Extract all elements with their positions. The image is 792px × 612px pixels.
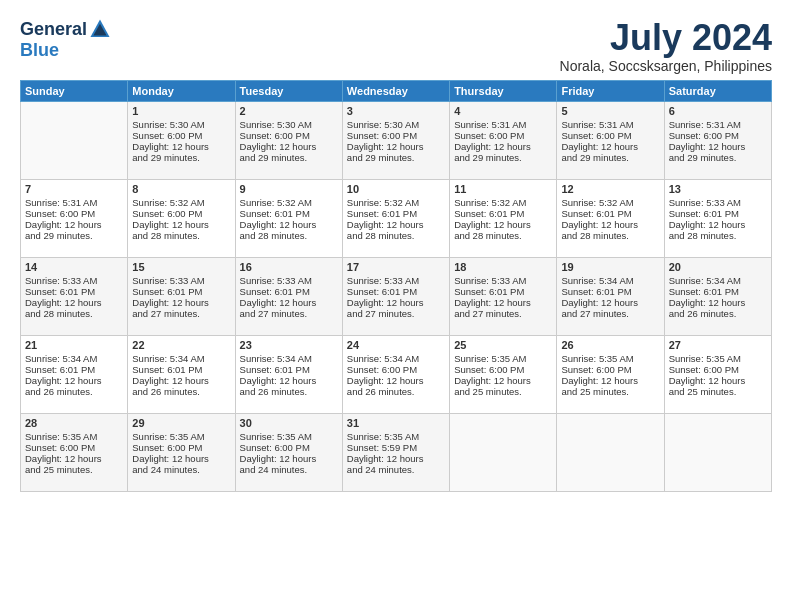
day-info-line: and 28 minutes. bbox=[132, 230, 230, 241]
day-info-line: Sunrise: 5:35 AM bbox=[347, 431, 445, 442]
day-info-line: Daylight: 12 hours bbox=[132, 375, 230, 386]
table-row: 29Sunrise: 5:35 AMSunset: 6:00 PMDayligh… bbox=[128, 413, 235, 491]
day-info-line: Sunset: 6:00 PM bbox=[25, 442, 123, 453]
col-wednesday: Wednesday bbox=[342, 80, 449, 101]
day-number: 30 bbox=[240, 417, 338, 429]
day-info-line: Sunset: 6:01 PM bbox=[132, 286, 230, 297]
day-info-line: Sunrise: 5:32 AM bbox=[240, 197, 338, 208]
table-row: 13Sunrise: 5:33 AMSunset: 6:01 PMDayligh… bbox=[664, 179, 771, 257]
table-row: 6Sunrise: 5:31 AMSunset: 6:00 PMDaylight… bbox=[664, 101, 771, 179]
day-info-line: Sunrise: 5:35 AM bbox=[669, 353, 767, 364]
table-row: 7Sunrise: 5:31 AMSunset: 6:00 PMDaylight… bbox=[21, 179, 128, 257]
day-info-line: Sunset: 6:01 PM bbox=[132, 364, 230, 375]
day-info-line: Sunset: 6:00 PM bbox=[132, 208, 230, 219]
day-info-line: Sunrise: 5:30 AM bbox=[132, 119, 230, 130]
day-info-line: and 25 minutes. bbox=[454, 386, 552, 397]
table-row bbox=[450, 413, 557, 491]
table-row: 19Sunrise: 5:34 AMSunset: 6:01 PMDayligh… bbox=[557, 257, 664, 335]
day-info-line: and 28 minutes. bbox=[561, 230, 659, 241]
day-info-line: Sunrise: 5:32 AM bbox=[561, 197, 659, 208]
calendar-table: Sunday Monday Tuesday Wednesday Thursday… bbox=[20, 80, 772, 492]
day-info-line: Sunset: 5:59 PM bbox=[347, 442, 445, 453]
day-info-line: Sunset: 6:01 PM bbox=[25, 364, 123, 375]
table-row: 22Sunrise: 5:34 AMSunset: 6:01 PMDayligh… bbox=[128, 335, 235, 413]
day-info-line: Sunrise: 5:35 AM bbox=[132, 431, 230, 442]
day-number: 31 bbox=[347, 417, 445, 429]
days-header-row: Sunday Monday Tuesday Wednesday Thursday… bbox=[21, 80, 772, 101]
table-row: 5Sunrise: 5:31 AMSunset: 6:00 PMDaylight… bbox=[557, 101, 664, 179]
day-info-line: Sunrise: 5:33 AM bbox=[347, 275, 445, 286]
table-row: 16Sunrise: 5:33 AMSunset: 6:01 PMDayligh… bbox=[235, 257, 342, 335]
day-info-line: Daylight: 12 hours bbox=[25, 375, 123, 386]
day-info-line: and 28 minutes. bbox=[669, 230, 767, 241]
table-row: 24Sunrise: 5:34 AMSunset: 6:00 PMDayligh… bbox=[342, 335, 449, 413]
day-info-line: Sunrise: 5:32 AM bbox=[132, 197, 230, 208]
day-number: 9 bbox=[240, 183, 338, 195]
day-info-line: Sunrise: 5:35 AM bbox=[25, 431, 123, 442]
day-info-line: Sunrise: 5:30 AM bbox=[347, 119, 445, 130]
day-info-line: Sunrise: 5:35 AM bbox=[454, 353, 552, 364]
day-info-line: Daylight: 12 hours bbox=[454, 141, 552, 152]
day-info-line: Daylight: 12 hours bbox=[347, 219, 445, 230]
day-info-line: Sunset: 6:01 PM bbox=[454, 286, 552, 297]
day-number: 23 bbox=[240, 339, 338, 351]
col-saturday: Saturday bbox=[664, 80, 771, 101]
day-info-line: Daylight: 12 hours bbox=[132, 141, 230, 152]
day-info-line: Sunrise: 5:32 AM bbox=[454, 197, 552, 208]
table-row: 26Sunrise: 5:35 AMSunset: 6:00 PMDayligh… bbox=[557, 335, 664, 413]
day-number: 27 bbox=[669, 339, 767, 351]
day-info-line: and 25 minutes. bbox=[25, 464, 123, 475]
table-row: 1Sunrise: 5:30 AMSunset: 6:00 PMDaylight… bbox=[128, 101, 235, 179]
table-row: 14Sunrise: 5:33 AMSunset: 6:01 PMDayligh… bbox=[21, 257, 128, 335]
day-info-line: Sunset: 6:00 PM bbox=[561, 130, 659, 141]
table-row: 12Sunrise: 5:32 AMSunset: 6:01 PMDayligh… bbox=[557, 179, 664, 257]
day-info-line: Daylight: 12 hours bbox=[132, 219, 230, 230]
day-info-line: Sunset: 6:01 PM bbox=[347, 208, 445, 219]
col-thursday: Thursday bbox=[450, 80, 557, 101]
table-row: 31Sunrise: 5:35 AMSunset: 5:59 PMDayligh… bbox=[342, 413, 449, 491]
day-info-line: and 29 minutes. bbox=[347, 152, 445, 163]
day-info-line: Sunset: 6:01 PM bbox=[561, 286, 659, 297]
day-info-line: Sunset: 6:00 PM bbox=[454, 364, 552, 375]
table-row: 2Sunrise: 5:30 AMSunset: 6:00 PMDaylight… bbox=[235, 101, 342, 179]
day-info-line: and 29 minutes. bbox=[25, 230, 123, 241]
day-info-line: Sunset: 6:00 PM bbox=[240, 442, 338, 453]
col-sunday: Sunday bbox=[21, 80, 128, 101]
table-row: 23Sunrise: 5:34 AMSunset: 6:01 PMDayligh… bbox=[235, 335, 342, 413]
logo-text: General bbox=[20, 18, 111, 40]
day-info-line: and 29 minutes. bbox=[561, 152, 659, 163]
col-friday: Friday bbox=[557, 80, 664, 101]
day-info-line: and 28 minutes. bbox=[347, 230, 445, 241]
table-row: 18Sunrise: 5:33 AMSunset: 6:01 PMDayligh… bbox=[450, 257, 557, 335]
day-info-line: Daylight: 12 hours bbox=[454, 219, 552, 230]
day-info-line: Daylight: 12 hours bbox=[240, 219, 338, 230]
day-info-line: and 26 minutes. bbox=[669, 308, 767, 319]
day-number: 5 bbox=[561, 105, 659, 117]
day-info-line: and 26 minutes. bbox=[132, 386, 230, 397]
day-info-line: Sunset: 6:00 PM bbox=[561, 364, 659, 375]
day-number: 11 bbox=[454, 183, 552, 195]
day-number: 28 bbox=[25, 417, 123, 429]
table-row: 28Sunrise: 5:35 AMSunset: 6:00 PMDayligh… bbox=[21, 413, 128, 491]
table-row: 15Sunrise: 5:33 AMSunset: 6:01 PMDayligh… bbox=[128, 257, 235, 335]
day-info-line: Daylight: 12 hours bbox=[669, 297, 767, 308]
day-info-line: Sunset: 6:00 PM bbox=[132, 442, 230, 453]
table-row bbox=[664, 413, 771, 491]
day-info-line: Sunset: 6:01 PM bbox=[669, 208, 767, 219]
day-info-line: Sunset: 6:00 PM bbox=[347, 130, 445, 141]
day-info-line: Daylight: 12 hours bbox=[25, 297, 123, 308]
table-row: 20Sunrise: 5:34 AMSunset: 6:01 PMDayligh… bbox=[664, 257, 771, 335]
day-info-line: Sunrise: 5:34 AM bbox=[25, 353, 123, 364]
day-info-line: Daylight: 12 hours bbox=[25, 453, 123, 464]
day-info-line: Daylight: 12 hours bbox=[669, 375, 767, 386]
col-tuesday: Tuesday bbox=[235, 80, 342, 101]
calendar-week-row: 7Sunrise: 5:31 AMSunset: 6:00 PMDaylight… bbox=[21, 179, 772, 257]
table-row: 11Sunrise: 5:32 AMSunset: 6:01 PMDayligh… bbox=[450, 179, 557, 257]
day-info-line: Sunrise: 5:34 AM bbox=[561, 275, 659, 286]
day-info-line: Sunrise: 5:33 AM bbox=[669, 197, 767, 208]
logo: General Blue bbox=[20, 18, 111, 61]
day-info-line: Sunrise: 5:34 AM bbox=[669, 275, 767, 286]
day-info-line: Daylight: 12 hours bbox=[561, 219, 659, 230]
logo-general: General bbox=[20, 19, 87, 40]
location: Norala, Soccsksargen, Philippines bbox=[560, 58, 772, 74]
